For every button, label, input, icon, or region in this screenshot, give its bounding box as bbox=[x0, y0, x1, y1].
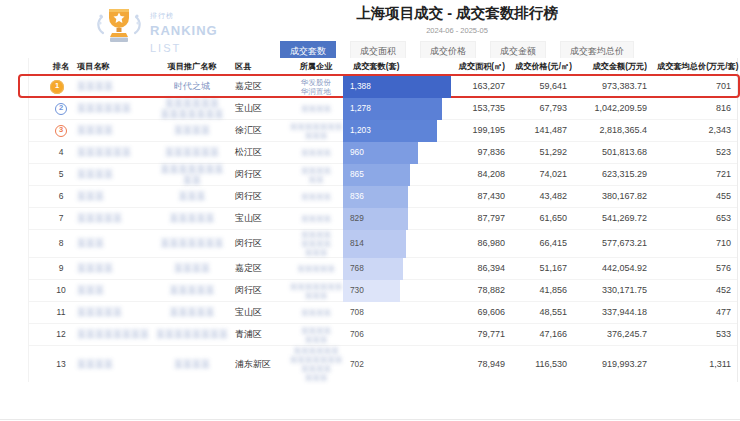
project-name-cell: 某某某某 bbox=[77, 125, 149, 135]
column-header: 成交价格(元/㎡) bbox=[515, 61, 577, 72]
table-row[interactable]: 3 某某某某 某某某某 徐汇区 某某某某某某某某某某 1,203 199,195… bbox=[29, 120, 737, 142]
rank-cell: 6 bbox=[45, 191, 77, 202]
project-name-link[interactable]: 某某某某某 bbox=[77, 307, 122, 317]
promo-name-cell: 某某某某某某某某某 bbox=[149, 164, 235, 185]
column-header: 项目名称 bbox=[77, 61, 149, 72]
table-row[interactable]: 11 某某某某某 某某某某某 宝山区 某某某某 708 69,606 48,55… bbox=[29, 302, 737, 324]
promo-name-cell: 某某某某某某某某某某某某某 bbox=[149, 98, 235, 119]
company-cell: 某某某某某某某某某某某 bbox=[289, 230, 343, 257]
rank-cell: 5 bbox=[45, 169, 77, 180]
units-bar: 1,388 bbox=[343, 76, 451, 98]
column-header: 成交面积(㎡) bbox=[453, 61, 515, 72]
project-name-cell: 某某某 bbox=[77, 238, 149, 248]
amount-value: 380,167.82 bbox=[577, 191, 657, 201]
area-value: 69,606 bbox=[453, 307, 515, 317]
project-name-link[interactable]: 某某某某某某 bbox=[77, 103, 131, 113]
project-name-link[interactable]: 某某某 bbox=[77, 285, 104, 295]
rank-2-medal-icon: 2 bbox=[55, 103, 67, 115]
project-name-cell: 某某某某某 bbox=[77, 307, 149, 317]
units-bar: 768 bbox=[343, 258, 403, 280]
table-row[interactable]: 8 某某某 某某某某某某某 闵行区 某某某某某某某某某某某 814 86,980… bbox=[29, 230, 737, 258]
price-value: 67,793 bbox=[515, 103, 577, 113]
rank-1-medal-icon: 1 bbox=[50, 80, 64, 94]
area-value: 86,980 bbox=[453, 238, 515, 248]
avg-price-value: 710 bbox=[657, 238, 740, 248]
project-name-cell: 某某某某 bbox=[77, 169, 149, 179]
rank-cell: 9 bbox=[45, 263, 77, 274]
rank-cell: 11 bbox=[45, 307, 77, 318]
amount-value: 501,813.68 bbox=[577, 147, 657, 157]
area-value: 87,430 bbox=[453, 191, 515, 201]
units-bar: 1,203 bbox=[343, 120, 437, 142]
avg-price-value: 701 bbox=[657, 81, 740, 91]
rank-cell: 12 bbox=[45, 329, 77, 340]
project-name-cell: 某某某某某某 bbox=[77, 147, 149, 157]
page-header: 排行榜 RANKING LIST 上海项目成交 - 成交套数排行榜 2024-0… bbox=[0, 0, 740, 58]
table-row[interactable]: 1 某某某某 时代之城 嘉定区 华发股份华润置地 1,388 163,207 5… bbox=[29, 76, 737, 98]
logo-badge-text: 排行榜 bbox=[150, 12, 174, 19]
project-name-cell: 某某某某 bbox=[77, 81, 149, 91]
promo-name-cell: 某某某某某 bbox=[149, 213, 235, 223]
promo-name-cell: 某某某某某 bbox=[149, 307, 235, 317]
amount-value: 577,673.21 bbox=[577, 238, 657, 248]
company-cell: 某某某某某某某某某某 bbox=[289, 282, 343, 300]
price-value: 61,650 bbox=[515, 213, 577, 223]
table-row[interactable]: 5 某某某某 某某某某某某某某某 闵行区 某某某某某某 865 84,208 7… bbox=[29, 164, 737, 186]
company-cell: 某某某某某 bbox=[289, 264, 343, 273]
table-row[interactable]: 10 某某某 某某某某某 闵行区 某某某某某某某某某某 730 78,882 4… bbox=[29, 280, 737, 302]
district-label: 嘉定区 bbox=[235, 263, 289, 273]
avg-price-value: 1,311 bbox=[657, 359, 740, 369]
project-name-cell: 某某某某 bbox=[77, 263, 149, 273]
date-range-label: 2024-06 - 2025-05 bbox=[252, 26, 662, 35]
avg-price-value: 2,343 bbox=[657, 125, 740, 135]
project-name-link[interactable]: 某某某某某 bbox=[77, 213, 122, 223]
units-bar-cell: 1,278 bbox=[343, 98, 453, 119]
column-header: 所属企业 bbox=[289, 61, 343, 72]
area-value: 163,207 bbox=[453, 81, 515, 91]
area-value: 79,771 bbox=[453, 329, 515, 339]
promo-name-cell: 某某某某 bbox=[149, 359, 235, 369]
units-bar: 814 bbox=[343, 230, 406, 258]
units-bar-cell: 829 bbox=[343, 208, 453, 229]
ranking-logo: 排行榜 RANKING LIST bbox=[94, 3, 218, 55]
project-name-link[interactable]: 某某某某某某某某 bbox=[77, 329, 149, 339]
price-value: 66,415 bbox=[515, 238, 577, 248]
project-name-link[interactable]: 某某某某 bbox=[77, 125, 113, 135]
district-label: 宝山区 bbox=[235, 213, 289, 223]
project-name-link[interactable]: 某某某某 bbox=[77, 81, 113, 91]
table-row[interactable]: 6 某某某 某某某 闵行区 某某某某 836 87,430 43,482 380… bbox=[29, 186, 737, 208]
avg-price-value: 653 bbox=[657, 213, 740, 223]
ranking-table: 排名项目名称项目推广名称区县所属企业成交套数(套)成交面积(㎡)成交价格(元/㎡… bbox=[28, 58, 738, 382]
table-row[interactable]: 2 某某某某某某 某某某某某某某某某某某某某 宝山区 某某某某 1,278 15… bbox=[29, 98, 737, 120]
district-label: 嘉定区 bbox=[235, 81, 289, 91]
project-name-link[interactable]: 某某某某 bbox=[77, 263, 113, 273]
company-cell: 某某某某 bbox=[289, 148, 343, 157]
rank-cell: 3 bbox=[45, 124, 77, 136]
district-label: 宝山区 bbox=[235, 103, 289, 113]
project-name-link[interactable]: 某某某某 bbox=[77, 169, 113, 179]
project-name-link[interactable]: 某某某 bbox=[77, 191, 104, 201]
table-row[interactable]: 7 某某某某某 某某某某某 宝山区 某某某某 829 87,797 61,650… bbox=[29, 208, 737, 230]
table-row[interactable]: 12 某某某某某某某某 某某某某某某某某 青浦区 某某某某某某某 706 79,… bbox=[29, 324, 737, 346]
district-label: 闵行区 bbox=[235, 169, 289, 179]
units-bar-cell: 768 bbox=[343, 258, 453, 279]
avg-price-value: 477 bbox=[657, 307, 740, 317]
company-cell: 某某某某某某某 bbox=[289, 326, 343, 344]
table-row[interactable]: 13 某某某某 某某某某 浦东新区 某某某某某某某某某某某某某某某某某某某某 7… bbox=[29, 346, 737, 382]
column-header: 排名 bbox=[45, 61, 77, 72]
units-bar: 865 bbox=[343, 164, 410, 186]
project-name-link[interactable]: 某某某 bbox=[77, 238, 104, 248]
rank-cell: 8 bbox=[45, 238, 77, 249]
table-row[interactable]: 9 某某某某 某某某某 嘉定区 某某某某某 768 86,394 51,167 … bbox=[29, 258, 737, 280]
units-bar-cell: 814 bbox=[343, 230, 453, 257]
avg-price-value: 455 bbox=[657, 191, 740, 201]
units-bar-cell: 1,203 bbox=[343, 120, 453, 141]
amount-value: 337,944.18 bbox=[577, 307, 657, 317]
units-bar: 1,278 bbox=[343, 98, 442, 120]
company-cell: 某某某某 bbox=[289, 214, 343, 223]
district-label: 闵行区 bbox=[235, 285, 289, 295]
promo-name-cell: 某某某 bbox=[149, 191, 235, 201]
project-name-link[interactable]: 某某某某某某 bbox=[77, 147, 131, 157]
table-row[interactable]: 4 某某某某某某 某某某某某某 松江区 某某某某 960 97,836 51,2… bbox=[29, 142, 737, 164]
project-name-link[interactable]: 某某某某 bbox=[77, 359, 113, 369]
